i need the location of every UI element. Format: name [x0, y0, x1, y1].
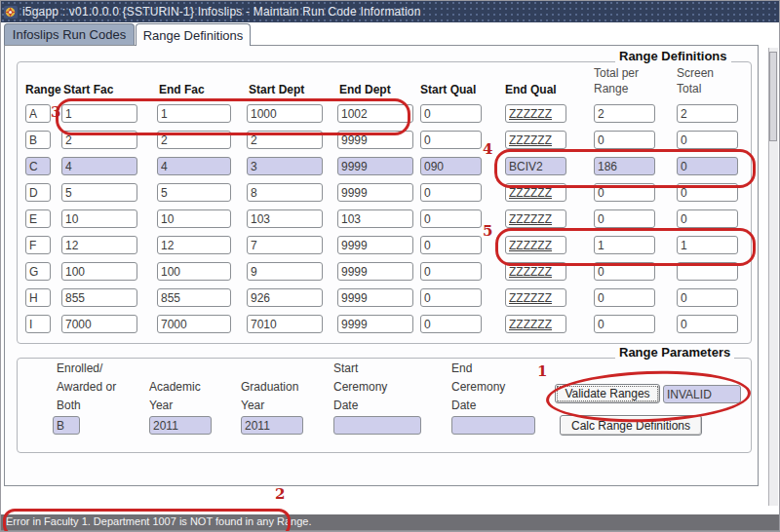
field-H-start-qual[interactable]	[420, 288, 482, 307]
header-end-dept: End Dept	[339, 83, 391, 96]
field-C-range[interactable]	[25, 157, 51, 175]
field-A-end-qual[interactable]	[505, 104, 566, 123]
field-A-start-fac[interactable]	[61, 104, 137, 123]
field-G-end-fac[interactable]	[157, 262, 231, 281]
field-I-range[interactable]	[25, 315, 51, 333]
field-G-start-dept[interactable]	[247, 262, 323, 281]
field-I-end-dept[interactable]	[337, 315, 413, 333]
field-H-total-per-range[interactable]	[594, 288, 655, 307]
param-field-graduation-year[interactable]	[241, 416, 303, 435]
field-H-end-dept[interactable]	[337, 288, 413, 307]
field-F-screen-total[interactable]	[677, 236, 738, 254]
param-field-start-ceremony-date[interactable]	[333, 416, 421, 435]
field-C-total-per-range[interactable]	[594, 157, 655, 175]
field-A-total-per-range[interactable]	[594, 104, 655, 123]
field-C-end-dept[interactable]	[337, 157, 413, 175]
field-E-total-per-range[interactable]	[594, 209, 655, 228]
validate-status-field[interactable]	[663, 385, 741, 403]
field-H-range[interactable]	[25, 288, 51, 307]
tab-infoslips-run-codes[interactable]: Infoslips Run Codes	[4, 23, 135, 45]
field-G-screen-total[interactable]	[677, 262, 738, 281]
field-B-start-qual[interactable]	[420, 131, 482, 149]
status-message: Error in Faculty 1. Department 1007 is N…	[1, 514, 779, 527]
field-F-range[interactable]	[25, 236, 51, 254]
field-B-start-fac[interactable]	[61, 131, 137, 149]
param-field-end-ceremony-date[interactable]	[451, 416, 535, 435]
field-C-start-qual[interactable]	[420, 157, 482, 175]
range-definitions-group-title: Range Definitions	[615, 49, 731, 63]
field-D-start-qual[interactable]	[420, 183, 482, 202]
field-D-start-dept[interactable]	[247, 183, 323, 202]
field-H-end-fac[interactable]	[157, 288, 231, 307]
field-A-start-dept[interactable]	[247, 104, 323, 123]
field-E-screen-total[interactable]	[677, 209, 738, 228]
field-F-start-fac[interactable]	[61, 236, 137, 254]
field-G-end-dept[interactable]	[337, 262, 413, 281]
field-I-start-fac[interactable]	[61, 315, 137, 333]
field-I-total-per-range[interactable]	[594, 315, 655, 333]
tab-range-definitions[interactable]: Range Definitions	[136, 23, 251, 46]
field-C-end-fac[interactable]	[157, 157, 231, 175]
field-E-range[interactable]	[25, 209, 51, 228]
field-B-range[interactable]	[25, 131, 51, 149]
field-H-end-qual[interactable]	[505, 288, 566, 307]
field-B-total-per-range[interactable]	[594, 131, 655, 149]
field-I-end-fac[interactable]	[157, 315, 231, 333]
field-H-start-dept[interactable]	[247, 288, 323, 307]
field-I-end-qual[interactable]	[505, 315, 566, 333]
field-C-screen-total[interactable]	[677, 157, 738, 175]
validate-ranges-button[interactable]: Validate Ranges	[555, 384, 660, 403]
field-C-end-qual[interactable]	[505, 157, 566, 175]
field-A-end-dept[interactable]	[337, 104, 413, 123]
field-C-start-fac[interactable]	[61, 157, 137, 175]
field-D-start-fac[interactable]	[61, 183, 137, 202]
app-window: i5gapp : v01.0.0.0 {SSTURIN-1} Infoslips…	[0, 0, 780, 532]
field-F-end-dept[interactable]	[337, 236, 413, 254]
field-E-end-qual[interactable]	[505, 209, 566, 228]
param-label-end-ceremony-date: End Ceremony Date	[451, 360, 505, 415]
field-G-total-per-range[interactable]	[594, 262, 655, 281]
field-F-total-per-range[interactable]	[594, 236, 655, 254]
field-F-end-qual[interactable]	[505, 236, 566, 254]
field-D-total-per-range[interactable]	[594, 183, 655, 202]
field-G-end-qual[interactable]	[505, 262, 566, 281]
field-B-screen-total[interactable]	[677, 131, 738, 149]
title-bar[interactable]: i5gapp : v01.0.0.0 {SSTURIN-1} Infoslips…	[1, 1, 779, 22]
field-F-end-fac[interactable]	[157, 236, 231, 254]
field-I-start-dept[interactable]	[247, 315, 323, 333]
field-E-start-qual[interactable]	[420, 209, 482, 228]
field-G-start-fac[interactable]	[61, 262, 137, 281]
field-F-start-dept[interactable]	[247, 236, 323, 254]
field-D-screen-total[interactable]	[677, 183, 738, 202]
field-A-range[interactable]	[25, 104, 51, 123]
field-D-end-dept[interactable]	[337, 183, 413, 202]
field-G-range[interactable]	[25, 262, 51, 281]
field-B-start-dept[interactable]	[247, 131, 323, 149]
field-E-end-dept[interactable]	[337, 209, 413, 228]
field-I-screen-total[interactable]	[677, 315, 738, 333]
field-A-screen-total[interactable]	[677, 104, 738, 123]
field-H-start-fac[interactable]	[61, 288, 137, 307]
field-C-start-dept[interactable]	[247, 157, 323, 175]
field-D-end-qual[interactable]	[505, 183, 566, 202]
tab-label: Infoslips Run Codes	[13, 27, 126, 42]
field-E-start-dept[interactable]	[247, 209, 323, 228]
field-E-end-fac[interactable]	[157, 209, 231, 228]
field-A-end-fac[interactable]	[157, 104, 231, 123]
field-B-end-dept[interactable]	[337, 131, 413, 149]
field-B-end-qual[interactable]	[505, 131, 566, 149]
calc-range-definitions-button[interactable]: Calc Range Definitions	[560, 415, 702, 436]
field-F-start-qual[interactable]	[420, 236, 482, 254]
field-G-start-qual[interactable]	[420, 262, 482, 281]
param-field-enrolled-awarded-or-both[interactable]	[53, 416, 80, 435]
param-field-academic-year[interactable]	[149, 416, 212, 435]
vertical-scrollbar-thumb[interactable]	[769, 52, 777, 141]
field-D-range[interactable]	[25, 183, 51, 202]
header-start-qual: Start Qual	[420, 83, 476, 96]
field-D-end-fac[interactable]	[157, 183, 231, 202]
field-E-start-fac[interactable]	[61, 209, 137, 228]
field-A-start-qual[interactable]	[420, 104, 482, 123]
field-H-screen-total[interactable]	[677, 288, 738, 307]
field-B-end-fac[interactable]	[157, 131, 231, 149]
field-I-start-qual[interactable]	[420, 315, 482, 333]
